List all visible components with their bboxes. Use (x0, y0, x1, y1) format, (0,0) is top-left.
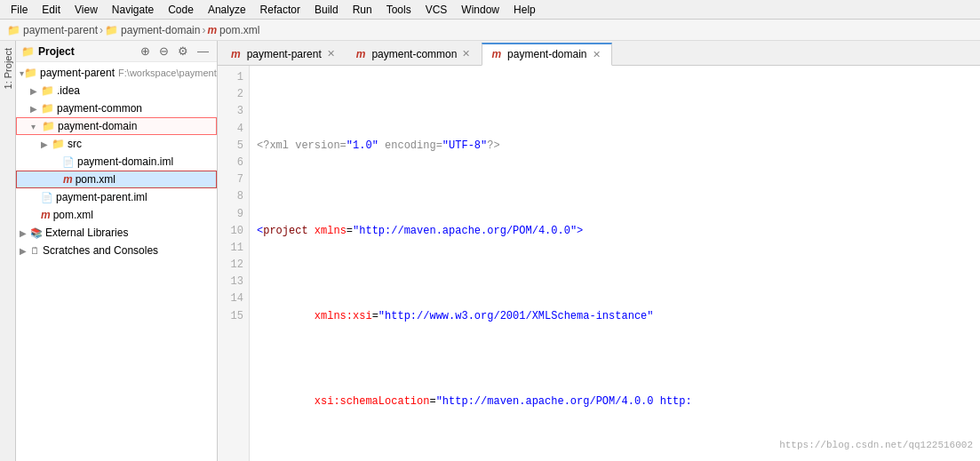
tree-label: payment-domain.iml (77, 155, 173, 168)
header-add-icon[interactable]: ⊕ (138, 44, 153, 59)
folder-icon: 📁 (24, 67, 37, 79)
breadcrumb-item-0[interactable]: payment-parent (23, 24, 98, 36)
menu-vcs[interactable]: VCS (418, 2, 455, 18)
file-icon-iml: 📄 (41, 192, 53, 203)
tree-label: External Libraries (45, 227, 128, 239)
menu-analyze[interactable]: Analyze (201, 2, 253, 18)
tab-bar: m payment-parent ✕ m payment-common ✕ m … (218, 41, 980, 66)
tree-item-external-libraries[interactable]: ▶ 📚 External Libraries (16, 224, 217, 242)
maven-icon: m (63, 173, 73, 186)
tree-area[interactable]: ▾ 📁 payment-parent F:\workspace\payment-… (16, 62, 217, 461)
code-line-4: xsi:schemaLocation="http://maven.apache.… (257, 393, 973, 410)
main-layout: 1: Project 📁 Project ⊕ ⊖ ⚙ — ▾ 📁 payment… (0, 41, 980, 461)
breadcrumb-folder-icon2: 📁 (105, 24, 118, 36)
project-header: 📁 Project ⊕ ⊖ ⚙ — (16, 41, 217, 62)
maven-icon: m (41, 209, 51, 221)
tree-label: .idea (57, 84, 80, 97)
tree-item-payment-parent[interactable]: ▾ 📁 payment-parent F:\workspace\payment-… (16, 64, 217, 82)
tree-item-pom-xml-domain[interactable]: m pom.xml (16, 171, 217, 188)
tree-item-pom-xml-parent[interactable]: m pom.xml (16, 206, 217, 224)
folder-icon: 📁 (21, 45, 35, 58)
tree-item-src[interactable]: ▶ 📁 src (16, 135, 217, 153)
tree-item-parent-iml[interactable]: 📄 payment-parent.iml (16, 188, 217, 206)
tree-item-payment-common[interactable]: ▶ 📁 payment-common (16, 99, 217, 117)
tab-label: payment-common (371, 48, 457, 60)
module-folder-icon: 📁 (42, 120, 55, 132)
tree-label: Scratches and Consoles (43, 244, 158, 257)
project-title: Project (38, 45, 134, 58)
menu-build[interactable]: Build (307, 2, 346, 18)
tab-label: payment-domain (507, 48, 586, 60)
tree-item-idea[interactable]: ▶ 📁 .idea (16, 82, 217, 99)
file-icon-iml: 📄 (62, 156, 75, 168)
vertical-tab-label: 1: Project (3, 48, 13, 89)
line-numbers: 1 2 3 4 5 6 7 8 9 10 11 12 13 14 15 (218, 66, 250, 461)
tree-item-scratches[interactable]: ▶ 🗒 Scratches and Consoles (16, 242, 217, 259)
menu-help[interactable]: Help (506, 2, 543, 18)
tree-label: pom.xml (76, 173, 116, 186)
tree-sublabel: F:\workspace\payment-parent (118, 68, 217, 78)
code-line-2: <project xmlns="http://maven.apache.org/… (257, 223, 973, 240)
arrow-icon: ▶ (41, 139, 52, 149)
arrow-icon: ▾ (31, 122, 42, 131)
code-line-1: <?xml version="1.0" encoding="UTF-8"?> (257, 138, 973, 155)
menu-run[interactable]: Run (346, 2, 379, 18)
tab-close-icon[interactable]: ✕ (460, 48, 472, 60)
header-close-icon[interactable]: — (195, 44, 211, 59)
maven-icon: m (491, 48, 501, 60)
vertical-tab[interactable]: 1: Project (0, 41, 16, 461)
arrow-icon: ▶ (30, 104, 41, 114)
menu-bar: File Edit View Navigate Code Analyze Ref… (0, 0, 980, 20)
breadcrumb: 📁 payment-parent › 📁 payment-domain › m … (0, 20, 980, 41)
tree-label: payment-parent.iml (56, 191, 147, 203)
tab-payment-common[interactable]: m payment-common ✕ (347, 43, 482, 66)
module-folder-icon: 📁 (41, 102, 54, 115)
watermark: https://blog.csdn.net/qq122516002 (779, 438, 973, 454)
maven-icon: m (231, 48, 241, 60)
editor-panel: m payment-parent ✕ m payment-common ✕ m … (218, 41, 980, 461)
tab-close-icon[interactable]: ✕ (591, 49, 602, 60)
left-panel: 1: Project 📁 Project ⊕ ⊖ ⚙ — ▾ 📁 payment… (0, 41, 218, 461)
menu-navigate[interactable]: Navigate (105, 2, 161, 18)
tab-payment-domain[interactable]: m payment-domain ✕ (482, 43, 611, 66)
header-minus-icon[interactable]: ⊖ (156, 44, 171, 59)
external-libraries-icon: 📚 (30, 227, 43, 239)
tree-label: payment-domain (58, 120, 137, 132)
maven-icon: m (356, 48, 366, 60)
editor-area[interactable]: 1 2 3 4 5 6 7 8 9 10 11 12 13 14 15 <?xm… (218, 66, 980, 461)
arrow-icon: ▶ (20, 246, 30, 256)
menu-code[interactable]: Code (161, 2, 201, 18)
scratches-icon: 🗒 (30, 245, 40, 256)
tree-item-payment-domain[interactable]: ▾ 📁 payment-domain (16, 117, 217, 135)
tab-payment-parent[interactable]: m payment-parent ✕ (221, 43, 347, 66)
tree-item-domain-iml[interactable]: 📄 payment-domain.iml (16, 153, 217, 171)
menu-refactor[interactable]: Refactor (253, 2, 307, 18)
menu-tools[interactable]: Tools (379, 2, 418, 18)
code-line-3: xmlns:xsi="http://www.w3.org/2001/XMLSch… (257, 308, 973, 325)
folder-icon: 📁 (41, 84, 54, 97)
arrow-icon: ▶ (20, 228, 30, 238)
menu-window[interactable]: Window (454, 2, 506, 18)
menu-edit[interactable]: Edit (35, 2, 68, 18)
tab-close-icon[interactable]: ✕ (325, 48, 337, 60)
tab-label: payment-parent (247, 48, 322, 60)
tree-label: src (68, 138, 82, 150)
code-editor[interactable]: <?xml version="1.0" encoding="UTF-8"?> <… (250, 66, 980, 461)
folder-icon: 📁 (52, 138, 65, 150)
breadcrumb-maven-icon: m (207, 24, 217, 36)
project-panel: 📁 Project ⊕ ⊖ ⚙ — ▾ 📁 payment-parent F:\… (16, 41, 217, 461)
tree-label: payment-parent (40, 67, 115, 79)
tree-label: pom.xml (53, 209, 93, 221)
breadcrumb-item-1[interactable]: payment-domain (121, 24, 200, 36)
arrow-icon: ▶ (30, 86, 41, 96)
breadcrumb-folder-icon: 📁 (7, 24, 20, 36)
header-gear-icon[interactable]: ⚙ (175, 44, 191, 59)
menu-view[interactable]: View (68, 2, 105, 18)
menu-file[interactable]: File (4, 2, 35, 18)
tree-label: payment-common (57, 102, 142, 115)
breadcrumb-item-2[interactable]: pom.xml (219, 24, 259, 36)
